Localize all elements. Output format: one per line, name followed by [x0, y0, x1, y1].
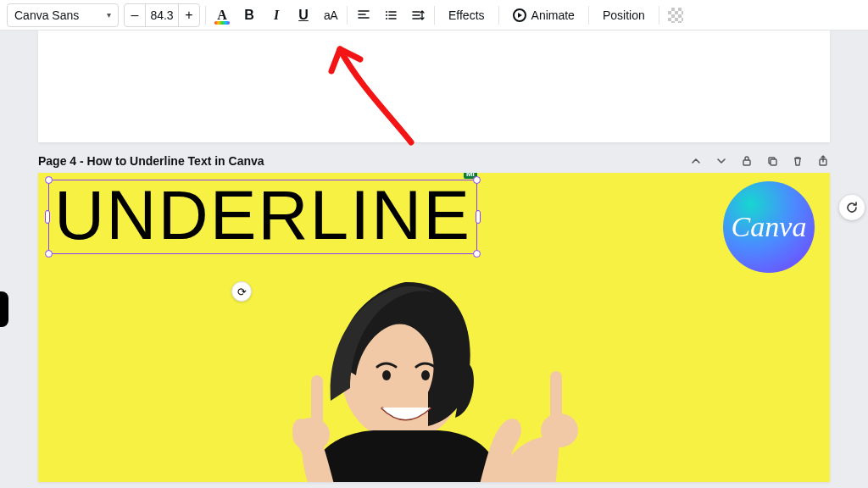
position-button[interactable]: Position: [594, 3, 654, 27]
annotation-arrow: [311, 15, 447, 151]
share-icon[interactable]: [816, 154, 830, 168]
bold-button[interactable]: B: [238, 3, 260, 27]
toolbar-divider: [588, 6, 589, 25]
font-size-decrease[interactable]: –: [125, 4, 145, 26]
toolbar-divider: [205, 6, 206, 25]
font-size-stepper: – 84.3 +: [124, 3, 200, 27]
person-image: [208, 274, 593, 482]
transparency-button[interactable]: [665, 3, 687, 27]
alignment-button[interactable]: [353, 3, 375, 27]
trash-icon[interactable]: [791, 154, 804, 168]
svg-rect-3: [743, 160, 750, 165]
page-title: Page 4 - How to Underline Text in Canva: [38, 154, 264, 168]
canva-logo-text: Canva: [732, 211, 807, 243]
spacing-button[interactable]: [407, 3, 429, 27]
color-spectrum-icon: [214, 21, 230, 25]
resize-handle-br[interactable]: [473, 250, 481, 258]
previous-page-canvas[interactable]: [38, 30, 830, 142]
font-family-value: Canva Sans: [14, 8, 79, 22]
refresh-icon: [845, 201, 859, 214]
toolbar-divider: [659, 6, 659, 25]
text-toolbar: Canva Sans ▾ – 84.3 + A B I U aA Effects…: [0, 0, 868, 30]
resize-handle-bl[interactable]: [45, 250, 53, 258]
transparency-icon: [668, 8, 683, 23]
animate-icon: [513, 8, 526, 22]
page-actions: [689, 154, 830, 168]
svg-point-0: [386, 11, 387, 13]
svg-point-1: [386, 14, 387, 16]
underline-button[interactable]: U: [292, 3, 314, 27]
chevron-down-icon: ▾: [107, 10, 111, 19]
duplicate-icon[interactable]: [765, 154, 779, 168]
svg-point-2: [386, 18, 387, 19]
list-button[interactable]: [380, 3, 402, 27]
text-color-button[interactable]: A: [211, 3, 233, 27]
resize-handle-ml[interactable]: [45, 210, 50, 224]
side-panel-tab[interactable]: [0, 291, 8, 327]
uppercase-button[interactable]: aA: [320, 3, 342, 27]
font-family-select[interactable]: Canva Sans ▾: [7, 3, 119, 27]
position-label: Position: [603, 8, 645, 22]
canvas-text: UNDERLINE: [54, 176, 471, 253]
effects-label: Effects: [448, 8, 485, 22]
resize-handle-tl[interactable]: [45, 176, 53, 184]
lock-icon[interactable]: [740, 154, 754, 168]
selected-text-element[interactable]: UNDERLINE MI: [48, 180, 477, 254]
animate-label: Animate: [531, 8, 575, 22]
canva-logo: Canva: [723, 181, 815, 273]
text-color-glyph: A: [217, 8, 227, 23]
resize-handle-tr[interactable]: [473, 176, 481, 184]
page-canvas[interactable]: UNDERLINE MI ⟳ Canva: [38, 173, 830, 482]
toolbar-divider: [434, 6, 435, 25]
svg-point-11: [292, 418, 330, 452]
refresh-button[interactable]: [839, 195, 865, 220]
animate-button[interactable]: Animate: [504, 3, 583, 27]
effects-button[interactable]: Effects: [440, 3, 493, 27]
svg-point-8: [382, 370, 391, 380]
expand-down-icon[interactable]: [715, 154, 728, 168]
editor-stage: Page 4 - How to Underline Text in Canva …: [0, 30, 868, 482]
italic-button[interactable]: I: [265, 3, 287, 27]
toolbar-divider: [347, 6, 348, 25]
collapse-up-icon[interactable]: [689, 154, 703, 168]
svg-point-9: [421, 370, 430, 380]
font-size-increase[interactable]: +: [179, 4, 199, 26]
font-size-value[interactable]: 84.3: [145, 4, 179, 26]
page-header: Page 4 - How to Underline Text in Canva: [19, 142, 849, 173]
toolbar-divider: [498, 6, 499, 25]
resize-handle-mr[interactable]: [476, 210, 481, 224]
svg-rect-5: [771, 159, 776, 165]
